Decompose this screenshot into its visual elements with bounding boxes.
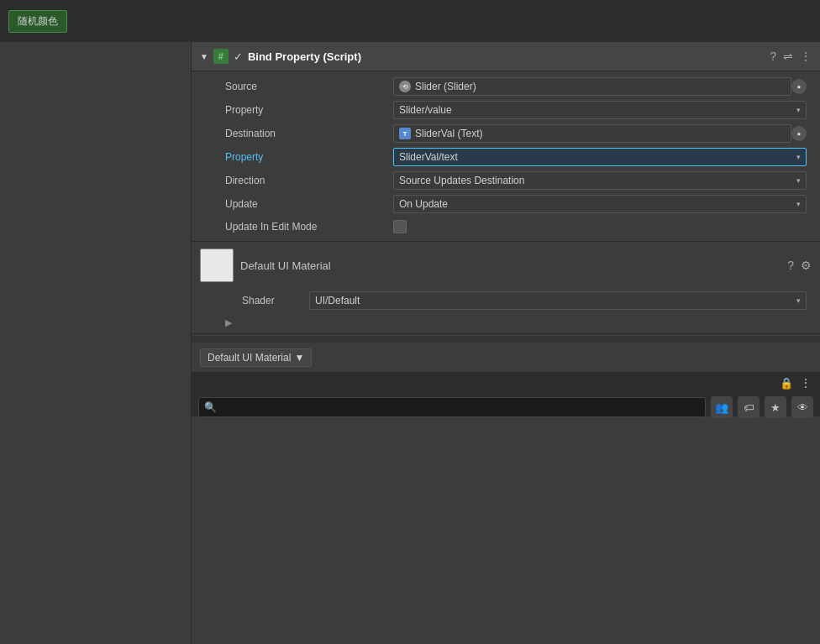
material-section: Default UI Material ? ⚙ Shader UI/Defaul…	[192, 242, 820, 334]
update-row: Update On Update ▾	[192, 192, 820, 216]
update-label: Update	[225, 198, 393, 210]
component-enabled-checkbox[interactable]: ✓	[234, 50, 243, 63]
expand-arrow-icon[interactable]: ▶	[225, 317, 232, 328]
material-header-icons: ? ⚙	[787, 259, 812, 272]
update-edit-mode-value	[393, 220, 807, 233]
material-gear-icon[interactable]: ⚙	[801, 259, 812, 272]
source-pick-button[interactable]	[791, 79, 807, 94]
shader-label: Shader	[242, 295, 309, 306]
lock-row: 🔒 ⋮	[192, 373, 820, 393]
people-icon-button[interactable]: 👥	[711, 396, 733, 418]
destination-object-icon: T	[399, 128, 411, 139]
tag-icon-button[interactable]: 🏷	[738, 396, 760, 418]
component-title: Bind Property (Script)	[248, 50, 765, 63]
material-expand-row: ▶	[192, 312, 820, 333]
search-icon: 🔍	[204, 401, 217, 413]
source-property-label: Property	[225, 104, 393, 116]
collapse-arrow-icon[interactable]: ▼	[200, 52, 208, 61]
destination-property-text: SliderVal/text	[399, 151, 793, 163]
help-icon[interactable]: ?	[770, 50, 776, 63]
source-object-icon: ⟲	[399, 81, 411, 92]
source-label: Source	[225, 81, 393, 92]
random-color-button[interactable]: 随机颜色	[8, 10, 67, 33]
shader-arrow-icon: ▾	[796, 296, 801, 305]
component-section: ▼ # ✓ Bind Property (Script) ? ⇌ ⋮ Sourc…	[192, 42, 820, 242]
hash-icon: #	[213, 49, 229, 64]
destination-property-row: Property SliderVal/text ▾	[192, 145, 820, 169]
destination-field[interactable]: T SliderVal (Text)	[393, 124, 791, 143]
destination-value: T SliderVal (Text)	[393, 124, 807, 143]
search-input-wrap: 🔍	[198, 397, 706, 417]
material-title: Default UI Material	[240, 259, 781, 272]
horizontal-scrollbar[interactable]	[192, 336, 820, 343]
material-dropdown-button[interactable]: Default UI Material ▼	[200, 348, 312, 367]
direction-dropdown[interactable]: Source Updates Destination ▾	[393, 171, 807, 190]
bottom-panel: 🔒 ⋮ 🔍 👥 🏷 ★ 👁	[192, 373, 820, 416]
bind-property-fields: Source ⟲ Slider (Slider) Property S	[192, 71, 820, 241]
destination-property-value: SliderVal/text ▾	[393, 148, 807, 166]
update-dropdown[interactable]: On Update ▾	[393, 195, 807, 213]
shader-dropdown[interactable]: UI/Default ▾	[309, 291, 807, 310]
source-field[interactable]: ⟲ Slider (Slider)	[393, 77, 791, 96]
direction-text: Source Updates Destination	[399, 175, 793, 186]
destination-label: Destination	[225, 128, 393, 139]
source-property-arrow-icon: ▾	[796, 106, 801, 114]
bottom-action-icons: 👥 🏷 ★ 👁	[711, 396, 813, 418]
destination-text: SliderVal (Text)	[415, 128, 786, 139]
destination-row: Destination T SliderVal (Text)	[192, 122, 820, 145]
component-header: ▼ # ✓ Bind Property (Script) ? ⇌ ⋮	[192, 42, 820, 71]
source-property-row: Property Slider/value ▾	[192, 98, 820, 122]
material-header: Default UI Material ? ⚙	[192, 242, 820, 289]
destination-pick-button[interactable]	[791, 126, 807, 141]
search-bar-row: 🔍 👥 🏷 ★ 👁	[192, 393, 820, 421]
right-panel: ▼ # ✓ Bind Property (Script) ? ⇌ ⋮ Sourc…	[192, 42, 820, 644]
update-text: On Update	[399, 198, 793, 210]
top-bar: 随机颜色	[0, 0, 820, 42]
destination-property-dropdown[interactable]: SliderVal/text ▾	[393, 148, 807, 166]
lock-icon[interactable]: 🔒	[780, 377, 793, 390]
panel-more-icon[interactable]: ⋮	[800, 376, 812, 390]
left-sidebar	[0, 42, 192, 644]
component-header-icons: ? ⇌ ⋮	[770, 50, 812, 63]
update-edit-mode-row: Update In Edit Mode	[192, 216, 820, 238]
shader-value: UI/Default	[315, 295, 793, 306]
update-value: On Update ▾	[393, 195, 807, 213]
bottom-toolbar: Default UI Material ▼	[192, 343, 820, 373]
source-property-value: Slider/value ▾	[393, 101, 807, 119]
source-property-dropdown[interactable]: Slider/value ▾	[393, 101, 807, 119]
update-edit-mode-checkbox[interactable]	[393, 220, 407, 233]
update-arrow-icon: ▾	[796, 200, 801, 208]
shader-row: Shader UI/Default ▾	[192, 289, 820, 312]
material-dropdown-arrow-icon: ▼	[294, 352, 304, 364]
material-dropdown-label: Default UI Material	[208, 352, 291, 364]
search-input[interactable]	[220, 401, 700, 413]
visibility-icon-button[interactable]: 👁	[791, 396, 813, 418]
sliders-icon[interactable]: ⇌	[783, 50, 793, 63]
material-help-icon[interactable]: ?	[787, 259, 794, 272]
direction-arrow-icon: ▾	[796, 176, 801, 185]
favorites-icon-button[interactable]: ★	[765, 396, 786, 418]
update-edit-mode-label: Update In Edit Mode	[225, 221, 393, 233]
more-icon[interactable]: ⋮	[800, 50, 812, 63]
destination-property-label: Property	[225, 151, 393, 163]
source-value: ⟲ Slider (Slider)	[393, 77, 807, 96]
direction-label: Direction	[225, 175, 393, 186]
source-text: Slider (Slider)	[415, 81, 786, 92]
source-row: Source ⟲ Slider (Slider)	[192, 75, 820, 98]
source-property-text: Slider/value	[399, 104, 793, 116]
destination-property-arrow-icon: ▾	[796, 153, 801, 161]
material-preview-thumbnail	[200, 249, 234, 282]
direction-row: Direction Source Updates Destination ▾	[192, 169, 820, 192]
main-area: ▼ # ✓ Bind Property (Script) ? ⇌ ⋮ Sourc…	[0, 42, 820, 644]
direction-value: Source Updates Destination ▾	[393, 171, 807, 190]
